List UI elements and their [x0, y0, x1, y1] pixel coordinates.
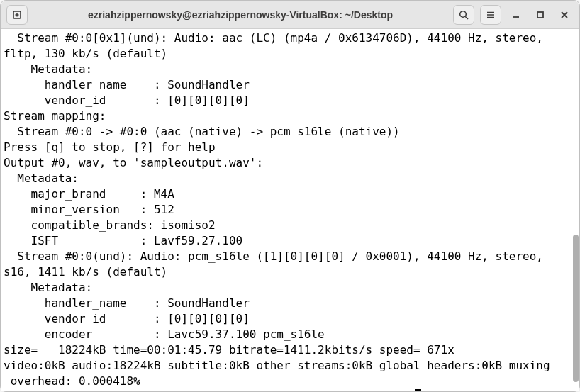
out-line: minor_version : 512 — [4, 203, 174, 216]
terminal-window: ezriahzippernowsky@ezriahzippernowsky-Vi… — [0, 0, 580, 392]
out-line: Press [q] to stop, [?] for help — [4, 140, 216, 154]
svg-rect-2 — [537, 12, 543, 18]
search-icon — [458, 9, 469, 21]
out-line: encoder : Lavc59.37.100 pcm_s16le — [4, 327, 325, 341]
out-line: Metadata: — [4, 62, 92, 76]
close-icon — [559, 10, 569, 20]
new-tab-button[interactable] — [6, 5, 28, 25]
minimize-button[interactable] — [507, 6, 525, 24]
out-line: compatible_brands: isomiso2 — [4, 218, 216, 232]
out-line: Stream #0:0 -> #0:0 (aac (native) -> pcm… — [4, 125, 400, 138]
titlebar: ezriahzippernowsky@ezriahzippernowsky-Vi… — [1, 1, 579, 29]
new-tab-icon — [11, 9, 23, 21]
svg-point-1 — [460, 11, 467, 17]
out-line: s16, 1411 kb/s (default) — [4, 265, 167, 279]
out-line: handler_name : SoundHandler — [4, 296, 250, 310]
hamburger-icon — [485, 9, 496, 21]
out-line: vendor_id : [0][0][0][0] — [4, 94, 250, 107]
header-right — [453, 5, 574, 25]
menu-button[interactable] — [480, 5, 501, 25]
prompt-path: ~/Desktop — [338, 390, 400, 391]
out-line: handler_name : SoundHandler — [4, 78, 250, 91]
maximize-icon — [535, 10, 545, 20]
cursor — [415, 389, 421, 391]
maximize-button[interactable] — [531, 6, 550, 24]
out-line: fltp, 130 kb/s (default) — [4, 47, 167, 60]
out-line: Metadata: — [4, 172, 79, 185]
prompt-dollar: $ — [400, 390, 407, 391]
out-line: Stream mapping: — [4, 109, 106, 123]
terminal-output[interactable]: Stream #0:0[0x1](und): Audio: aac (LC) (… — [1, 29, 572, 391]
scrollbar-thumb[interactable] — [573, 235, 579, 382]
out-line: size= 18224kB time=00:01:45.79 bitrate=1… — [4, 343, 481, 357]
close-button[interactable] — [555, 6, 574, 24]
prompt-separator: : — [331, 390, 338, 391]
minimize-icon — [511, 10, 521, 20]
out-line: Output #0, wav, to 'sampleoutput.wav': — [4, 156, 263, 169]
prompt-user-host: ezriahzippernowsky@ezriahzippernowsky-Vi… — [4, 390, 331, 391]
out-line: overhead: 0.000418% — [4, 374, 140, 388]
out-line: video:0kB audio:18224kB subtitle:0kB oth… — [4, 359, 550, 372]
out-line: ISFT : Lavf59.27.100 — [4, 234, 242, 247]
out-line: vendor_id : [0][0][0][0] — [4, 312, 250, 325]
window-title: ezriahzippernowsky@ezriahzippernowsky-Vi… — [88, 9, 393, 21]
out-line: Metadata: — [4, 281, 92, 294]
out-line: major_brand : M4A — [4, 187, 181, 201]
search-button[interactable] — [453, 5, 474, 25]
scrollbar[interactable] — [572, 29, 579, 391]
terminal-area[interactable]: Stream #0:0[0x1](und): Audio: aac (LC) (… — [1, 29, 579, 391]
out-line: Stream #0:0(und): Audio: pcm_s16le ([1][… — [4, 250, 543, 263]
out-line: Stream #0:0[0x1](und): Audio: aac (LC) (… — [4, 31, 543, 45]
